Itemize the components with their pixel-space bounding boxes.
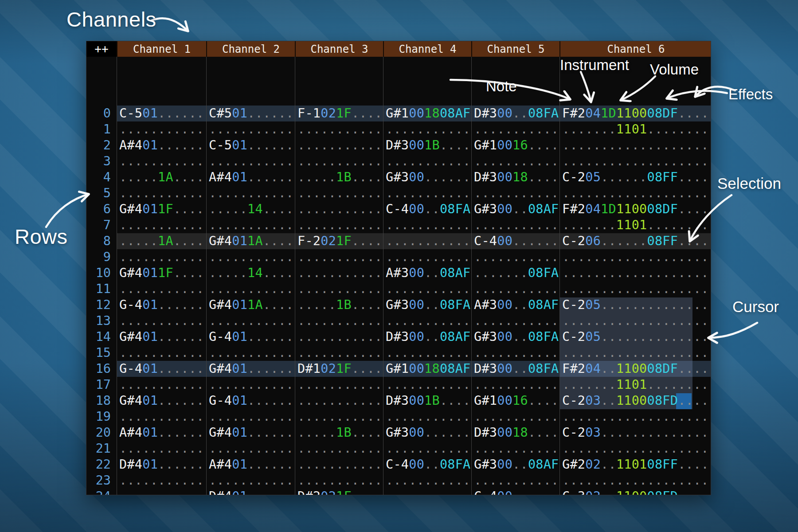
- pattern-cell-ch5-row8[interactable]: C-400......: [471, 233, 559, 249]
- pattern-cell-ch6-row12[interactable]: C-205..............: [559, 297, 711, 313]
- pattern-cell-ch3-row2[interactable]: ...........: [295, 137, 383, 153]
- pattern-cell-ch1-row15[interactable]: ...........: [117, 345, 206, 361]
- pattern-cell-ch3-row3[interactable]: ...........: [295, 153, 383, 169]
- pattern-cell-ch3-row8[interactable]: F-2021F....: [295, 233, 383, 249]
- pattern-cell-ch4-row18[interactable]: D#3001B....: [383, 393, 471, 409]
- pattern-cell-ch5-row0[interactable]: D#300..08FA: [471, 106, 559, 121]
- channel-header-2[interactable]: Channel 2: [206, 41, 295, 57]
- pattern-cell-ch1-row13[interactable]: ...........: [117, 313, 206, 329]
- pattern-cell-ch1-row1[interactable]: ...........: [117, 121, 206, 137]
- pattern-cell-ch5-row21[interactable]: ...........: [471, 441, 559, 457]
- pattern-cell-ch1-row14[interactable]: G#401......: [117, 329, 206, 345]
- pattern-cell-ch3-row6[interactable]: ...........: [295, 201, 383, 217]
- pattern-cell-ch4-row3[interactable]: ...........: [383, 153, 471, 169]
- channel-header-5[interactable]: Channel 5: [471, 41, 559, 57]
- pattern-cell-ch3-row21[interactable]: ...........: [295, 441, 383, 457]
- pattern-cell-ch5-row2[interactable]: G#10016....: [471, 137, 559, 153]
- pattern-cell-ch4-row12[interactable]: G#300..08FA: [383, 297, 471, 313]
- pattern-cell-ch5-row11[interactable]: ...........: [471, 281, 559, 297]
- pattern-cell-ch4-row15[interactable]: ...........: [383, 345, 471, 361]
- pattern-cell-ch2-row13[interactable]: ...........: [206, 313, 295, 329]
- pattern-cell-ch3-row12[interactable]: .....1B....: [295, 297, 383, 313]
- pattern-cell-ch5-row17[interactable]: ...........: [471, 377, 559, 393]
- pattern-cell-ch2-row2[interactable]: C-501......: [206, 137, 295, 153]
- pattern-cell-ch6-row6[interactable]: F#2041D110008DF....: [559, 201, 711, 217]
- pattern-cell-ch2-row12[interactable]: G#4011A....: [206, 297, 295, 313]
- channel-header-1[interactable]: Channel 1: [117, 41, 206, 57]
- pattern-cell-ch5-row3[interactable]: ...........: [471, 153, 559, 169]
- pattern-cell-ch5-row16[interactable]: D#300..08FA: [471, 361, 559, 377]
- pattern-cell-ch3-row15[interactable]: ...........: [295, 345, 383, 361]
- pattern-cell-ch3-row23[interactable]: ...........: [295, 473, 383, 489]
- pattern-cell-ch6-row1[interactable]: .......1101........: [559, 121, 711, 137]
- pattern-cell-ch5-row23[interactable]: ...........: [471, 473, 559, 489]
- pattern-cell-ch3-row17[interactable]: ...........: [295, 377, 383, 393]
- pattern-cell-ch3-row10[interactable]: ...........: [295, 265, 383, 281]
- pattern-cell-ch1-row7[interactable]: ...........: [117, 217, 206, 233]
- pattern-cell-ch1-row18[interactable]: G#401......: [117, 393, 206, 409]
- pattern-cell-ch3-row14[interactable]: ...........: [295, 329, 383, 345]
- channel-header-4[interactable]: Channel 4: [383, 41, 471, 57]
- pattern-cell-ch3-row7[interactable]: ...........: [295, 217, 383, 233]
- pattern-cell-ch6-row7[interactable]: .......1101........: [559, 217, 711, 233]
- pattern-cell-ch6-row18[interactable]: C-203..110008FD....: [559, 393, 711, 409]
- pattern-cell-ch6-row10[interactable]: ...................: [559, 265, 711, 281]
- pattern-cell-ch3-row16[interactable]: D#1021F....: [295, 361, 383, 377]
- pattern-cell-ch2-row19[interactable]: ...........: [206, 409, 295, 425]
- pattern-cell-ch4-row24[interactable]: ...........: [383, 489, 471, 495]
- pattern-cell-ch4-row8[interactable]: ...........: [383, 233, 471, 249]
- pattern-cell-ch4-row6[interactable]: C-400..08FA: [383, 201, 471, 217]
- pattern-cell-ch4-row17[interactable]: ...........: [383, 377, 471, 393]
- pattern-cell-ch6-row5[interactable]: ...................: [559, 185, 711, 201]
- pattern-cell-ch3-row19[interactable]: ...........: [295, 409, 383, 425]
- pattern-corner-cell[interactable]: ++: [86, 41, 117, 57]
- pattern-cell-ch5-row12[interactable]: A#300..08AF: [471, 297, 559, 313]
- pattern-cell-ch1-row10[interactable]: G#4011F....: [117, 265, 206, 281]
- pattern-cell-ch6-row22[interactable]: G#202..110108FF....: [559, 457, 711, 473]
- pattern-cell-ch5-row1[interactable]: ...........: [471, 121, 559, 137]
- pattern-cell-ch1-row22[interactable]: D#401......: [117, 457, 206, 473]
- pattern-cell-ch2-row22[interactable]: A#401......: [206, 457, 295, 473]
- pattern-cell-ch2-row0[interactable]: C#501......: [206, 106, 295, 121]
- pattern-cell-ch6-row13[interactable]: ...................: [559, 313, 711, 329]
- pattern-cell-ch3-row0[interactable]: F-1021F....: [295, 106, 383, 121]
- pattern-cell-ch6-row3[interactable]: ...................: [559, 153, 711, 169]
- pattern-cell-ch1-row17[interactable]: ...........: [117, 377, 206, 393]
- pattern-cell-ch4-row2[interactable]: D#3001B....: [383, 137, 471, 153]
- pattern-cell-ch6-row11[interactable]: ...................: [559, 281, 711, 297]
- pattern-cell-ch6-row8[interactable]: C-206......08FF....: [559, 233, 711, 249]
- pattern-cell-ch1-row21[interactable]: ...........: [117, 441, 206, 457]
- pattern-cell-ch2-row20[interactable]: G#401......: [206, 425, 295, 441]
- pattern-cell-ch2-row6[interactable]: .....14....: [206, 201, 295, 217]
- pattern-cell-ch2-row16[interactable]: G#401......: [206, 361, 295, 377]
- pattern-cell-ch5-row19[interactable]: ...........: [471, 409, 559, 425]
- pattern-cell-ch3-row18[interactable]: ...........: [295, 393, 383, 409]
- pattern-cell-ch2-row14[interactable]: G-401......: [206, 329, 295, 345]
- pattern-cell-ch4-row22[interactable]: C-400..08FA: [383, 457, 471, 473]
- pattern-cell-ch1-row12[interactable]: G-401......: [117, 297, 206, 313]
- pattern-cell-ch3-row22[interactable]: ...........: [295, 457, 383, 473]
- pattern-cell-ch2-row17[interactable]: ...........: [206, 377, 295, 393]
- pattern-cell-ch2-row10[interactable]: .....14....: [206, 265, 295, 281]
- pattern-cell-ch1-row16[interactable]: G-401......: [117, 361, 206, 377]
- pattern-cell-ch1-row4[interactable]: .....1A....: [117, 169, 206, 185]
- pattern-cell-ch4-row0[interactable]: G#1001808AF: [383, 106, 471, 121]
- pattern-cell-ch4-row14[interactable]: D#300..08AF: [383, 329, 471, 345]
- pattern-cell-ch2-row23[interactable]: ...........: [206, 473, 295, 489]
- pattern-cell-ch2-row4[interactable]: A#401......: [206, 169, 295, 185]
- pattern-cell-ch6-row9[interactable]: ...................: [559, 249, 711, 265]
- pattern-cell-ch2-row24[interactable]: D#401......: [206, 489, 295, 495]
- pattern-cell-ch1-row23[interactable]: ...........: [117, 473, 206, 489]
- pattern-cell-ch2-row21[interactable]: ...........: [206, 441, 295, 457]
- pattern-cell-ch1-row19[interactable]: ...........: [117, 409, 206, 425]
- pattern-cell-ch4-row9[interactable]: ...........: [383, 249, 471, 265]
- pattern-cell-ch3-row24[interactable]: D#2021F....: [295, 489, 383, 495]
- pattern-cell-ch2-row15[interactable]: ...........: [206, 345, 295, 361]
- pattern-cell-ch2-row1[interactable]: ...........: [206, 121, 295, 137]
- pattern-cell-ch4-row7[interactable]: ...........: [383, 217, 471, 233]
- pattern-cell-ch1-row24[interactable]: ...........: [117, 489, 206, 495]
- pattern-cell-ch6-row15[interactable]: ...................: [559, 345, 711, 361]
- pattern-cell-ch3-row20[interactable]: .....1B....: [295, 425, 383, 441]
- pattern-cell-ch4-row4[interactable]: G#300......: [383, 169, 471, 185]
- pattern-cell-ch6-row21[interactable]: ...................: [559, 441, 711, 457]
